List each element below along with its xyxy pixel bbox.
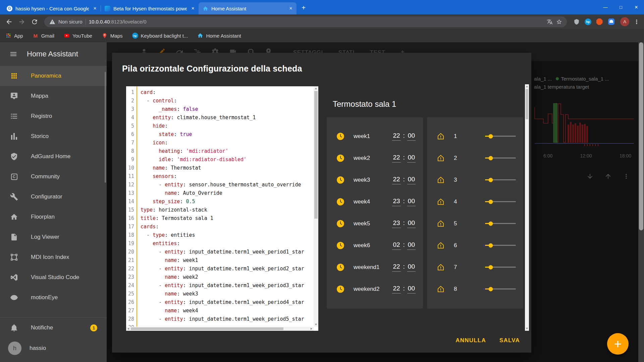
- bookmark-item[interactable]: YouTube: [64, 33, 92, 39]
- forward-button[interactable]: [16, 16, 28, 28]
- slider-thumb[interactable]: [488, 199, 493, 204]
- time-input[interactable]: 22:00: [392, 285, 416, 293]
- translate-icon[interactable]: [546, 18, 553, 25]
- sidebar-item-visual-studio-code[interactable]: Visual Studio Code: [0, 267, 107, 287]
- time-input[interactable]: 22:00: [392, 176, 416, 184]
- close-button[interactable]: ✕: [629, 0, 644, 14]
- profile-avatar[interactable]: A: [620, 17, 629, 26]
- sidebar-item-community[interactable]: CCommunity: [0, 167, 107, 187]
- slider-row: 4: [427, 191, 523, 213]
- hour-value[interactable]: 22: [392, 285, 400, 293]
- hour-value[interactable]: 22: [392, 132, 400, 141]
- back-button[interactable]: [3, 16, 15, 28]
- sidebar-item-notifiche[interactable]: Notifiche 1: [0, 318, 107, 338]
- editor-vscrollbar[interactable]: [314, 86, 318, 327]
- bookmark-item[interactable]: MGmail: [33, 33, 54, 39]
- ghostery-extension-icon[interactable]: [608, 18, 614, 25]
- value-slider[interactable]: [485, 245, 516, 246]
- minimize-button[interactable]: —: [598, 0, 613, 14]
- sidebar-item-mdi-icon-index[interactable]: MDI Icon Index: [0, 247, 107, 267]
- editor-hscrollbar[interactable]: [126, 327, 314, 331]
- time-input[interactable]: 22:00: [392, 132, 416, 141]
- bookmark-item[interactable]: hpKeyboard baclight t...: [132, 33, 188, 39]
- slider-thumb[interactable]: [488, 287, 493, 291]
- slider-thumb[interactable]: [488, 265, 493, 269]
- adblock-extension-icon[interactable]: [596, 18, 603, 25]
- value-slider[interactable]: [485, 136, 516, 137]
- time-input[interactable]: 23:00: [392, 197, 416, 206]
- browser-tab[interactable]: Ghassio hysen - Cerca con Google✕: [3, 2, 101, 14]
- time-input[interactable]: 23:00: [392, 219, 416, 228]
- save-button[interactable]: SALVA: [499, 337, 520, 344]
- entity-name: 1: [454, 133, 457, 140]
- hour-value[interactable]: 02: [392, 241, 400, 250]
- sidebar-item-configurator[interactable]: Configurator: [0, 187, 107, 207]
- sidebar-scrollbar[interactable]: [105, 72, 106, 183]
- sidebar-toggle-icon[interactable]: [9, 50, 17, 58]
- minute-value[interactable]: 00: [407, 132, 416, 141]
- minute-value[interactable]: 00: [407, 197, 416, 206]
- minute-value[interactable]: 00: [407, 285, 416, 293]
- browser-tab[interactable]: Home Assistant✕: [199, 2, 297, 14]
- sidebar-item-floorplan[interactable]: Floorplan: [0, 207, 107, 227]
- hour-value[interactable]: 22: [392, 154, 400, 163]
- sidebar-item-registro[interactable]: Registro: [0, 106, 107, 126]
- value-slider[interactable]: [485, 157, 516, 159]
- vscode-icon: [10, 273, 18, 281]
- bookmark-item[interactable]: Home Assistant: [197, 33, 241, 39]
- minute-value[interactable]: 00: [407, 176, 416, 184]
- page-scrollbar[interactable]: [638, 42, 644, 362]
- hour-value[interactable]: 22: [392, 176, 400, 184]
- bookmark-item[interactable]: Maps: [102, 33, 123, 39]
- slider-thumb[interactable]: [488, 178, 493, 182]
- schedule-row: weekend222:00: [327, 278, 423, 300]
- time-input[interactable]: 22:00: [392, 154, 416, 163]
- sidebar-item-panoramica[interactable]: Panoramica: [0, 66, 107, 86]
- tab-close-icon[interactable]: ✕: [190, 5, 196, 11]
- reload-button[interactable]: [29, 16, 40, 28]
- line-number: 11: [126, 172, 134, 181]
- dialog-title: Pila orizzontale Configurazione della sc…: [122, 64, 302, 74]
- sidebar-item-adguard-home[interactable]: AdGuard Home: [0, 146, 107, 167]
- yaml-editor[interactable]: 1234567891011121314151617181920212223242…: [126, 86, 318, 331]
- slider-thumb[interactable]: [488, 134, 493, 138]
- sidebar-item-motioneye[interactable]: motionEye: [0, 287, 107, 308]
- time-input[interactable]: 22:00: [392, 263, 416, 272]
- value-slider[interactable]: [485, 201, 516, 202]
- value-slider[interactable]: [485, 179, 516, 180]
- tab-close-icon[interactable]: ✕: [288, 5, 294, 11]
- hour-value[interactable]: 23: [392, 197, 400, 206]
- code-line: name: week4: [141, 307, 314, 315]
- hour-value[interactable]: 23: [392, 219, 400, 228]
- cancel-button[interactable]: ANNULLA: [455, 337, 486, 344]
- new-tab-button[interactable]: +: [299, 3, 309, 13]
- value-slider[interactable]: [485, 288, 516, 289]
- minute-value[interactable]: 00: [407, 263, 416, 272]
- slider-thumb[interactable]: [488, 156, 493, 160]
- editor-code[interactable]: card: - control: _names: false entity: c…: [140, 86, 314, 327]
- maximize-button[interactable]: □: [613, 0, 629, 14]
- bookmark-item[interactable]: App: [5, 33, 23, 39]
- bookmark-star-icon[interactable]: [556, 18, 562, 25]
- sidebar-item-log-viewer[interactable]: Log Viewer: [0, 227, 107, 247]
- browser-menu-icon[interactable]: [633, 18, 641, 26]
- sidebar-item-mappa[interactable]: Mappa: [0, 86, 107, 106]
- dialog-scrollbar[interactable]: [525, 84, 529, 331]
- value-slider[interactable]: [485, 223, 516, 224]
- browser-tab[interactable]: Beta for Hysen thermostats powe✕: [101, 2, 199, 14]
- address-bar[interactable]: Non sicuro 10.0.0.40:8123/lovelace/0: [44, 16, 567, 27]
- minute-value[interactable]: 00: [407, 241, 416, 250]
- hp-extension-icon[interactable]: hp: [585, 18, 591, 25]
- value-slider[interactable]: [485, 267, 516, 268]
- sidebar-user[interactable]: h hassio: [0, 338, 107, 359]
- hour-value[interactable]: 22: [392, 263, 400, 272]
- tab-close-icon[interactable]: ✕: [92, 5, 98, 11]
- slider-thumb[interactable]: [488, 243, 493, 247]
- minute-value[interactable]: 00: [407, 154, 416, 163]
- shield-extension-icon[interactable]: [573, 18, 580, 26]
- sidebar-item-storico[interactable]: Storico: [0, 126, 107, 146]
- slider-thumb[interactable]: [488, 221, 493, 226]
- add-card-fab[interactable]: +: [607, 333, 629, 355]
- time-input[interactable]: 02:00: [392, 241, 416, 250]
- minute-value[interactable]: 00: [407, 219, 416, 228]
